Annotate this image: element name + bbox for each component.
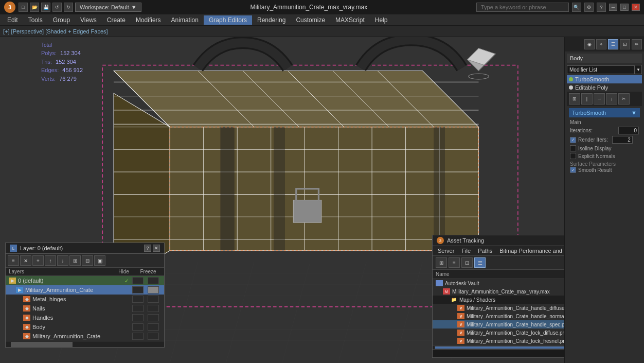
asset-tb-1[interactable]: ⊞ bbox=[436, 257, 447, 268]
layers-add-btn[interactable]: + bbox=[32, 255, 44, 266]
layers-select-btn[interactable]: ▣ bbox=[94, 255, 105, 266]
ts-render-iters-input[interactable] bbox=[612, 136, 633, 144]
layer-freeze-box[interactable] bbox=[148, 323, 159, 331]
rp-tool-1[interactable]: ⊞ bbox=[569, 93, 580, 105]
layers-delete-btn[interactable]: ✕ bbox=[20, 255, 31, 266]
menu-graph-editors[interactable]: Graph Editors bbox=[204, 15, 252, 25]
redo-btn[interactable]: ↻ bbox=[64, 3, 73, 12]
rp-tool-5[interactable]: ✂ bbox=[618, 93, 630, 105]
layers-scrollbar-thumb[interactable] bbox=[11, 342, 73, 347]
ts-render-iters-check[interactable]: ✓ bbox=[570, 137, 576, 143]
list-item[interactable]: ◆ Body bbox=[6, 322, 164, 332]
asset-tb-4[interactable]: ☰ bbox=[474, 257, 486, 268]
asset-menu-paths[interactable]: Paths bbox=[476, 247, 494, 254]
layers-down-btn[interactable]: ↓ bbox=[57, 255, 68, 266]
list-item[interactable]: ▶ 0 (default) ✓ bbox=[6, 276, 164, 285]
modifier-entry-editablepoly[interactable]: Editable Poly bbox=[567, 83, 642, 92]
rp-section-body[interactable]: Body bbox=[567, 54, 642, 63]
search-icon[interactable]: 🔍 bbox=[572, 3, 581, 12]
menu-create[interactable]: Create bbox=[102, 15, 131, 25]
layers-scrollbar[interactable] bbox=[6, 341, 164, 347]
ts-iterations-input[interactable] bbox=[618, 127, 639, 134]
ts-isoline-check[interactable] bbox=[570, 145, 576, 151]
rp-tab-4[interactable]: ⊡ bbox=[620, 39, 630, 49]
layers-create-btn[interactable]: ≡ bbox=[8, 255, 19, 266]
modifier-list-arrow[interactable]: ▼ bbox=[635, 65, 642, 74]
rp-tab-1[interactable]: ◉ bbox=[584, 39, 595, 49]
modifier-dot bbox=[569, 85, 573, 90]
new-btn[interactable]: □ bbox=[19, 3, 28, 12]
list-item[interactable]: V Military_Ammunition_Crate_lock_diffuse… bbox=[433, 329, 564, 337]
asset-menu-bitmap[interactable]: Bitmap Performance and Memory bbox=[497, 247, 564, 254]
asset-menu-server[interactable]: Server bbox=[436, 247, 456, 254]
layers-up-btn[interactable]: ↑ bbox=[45, 255, 56, 266]
layer-hide-box[interactable] bbox=[132, 286, 144, 293]
ts-explicit-check[interactable] bbox=[570, 153, 576, 159]
help-icon[interactable]: ? bbox=[597, 3, 606, 12]
turbosmooth-header[interactable]: TurboSmooth ▼ bbox=[569, 108, 640, 117]
modifier-list-dropdown[interactable]: Modifier List bbox=[567, 65, 635, 74]
menu-edit[interactable]: Edit bbox=[2, 15, 23, 25]
layer-freeze-box[interactable] bbox=[148, 277, 159, 284]
menu-group[interactable]: Group bbox=[48, 15, 75, 25]
layer-freeze-box[interactable] bbox=[148, 314, 159, 321]
list-item[interactable]: V Military_Ammunition_Crate_handle_spec.… bbox=[433, 320, 564, 329]
list-item[interactable]: 📁 Maps / Shaders bbox=[433, 296, 564, 304]
rp-tab-2[interactable]: ✧ bbox=[596, 39, 606, 49]
menu-modifiers[interactable]: Modifiers bbox=[131, 15, 166, 25]
layers-collapse-btn[interactable]: ⊟ bbox=[82, 255, 93, 266]
asset-menu-file[interactable]: File bbox=[459, 247, 473, 254]
menu-rendering[interactable]: Rendering bbox=[252, 15, 291, 25]
layer-freeze-box[interactable] bbox=[148, 305, 159, 312]
layer-hide-box[interactable] bbox=[132, 305, 144, 312]
menu-animation[interactable]: Animation bbox=[166, 15, 204, 25]
menu-help[interactable]: Help bbox=[370, 15, 393, 25]
list-item[interactable]: ◆ Nails bbox=[6, 304, 164, 313]
menu-maxscript[interactable]: MAXScript bbox=[330, 15, 370, 25]
rp-tool-2[interactable]: | bbox=[581, 93, 593, 105]
rp-tool-4[interactable]: ↓ bbox=[606, 93, 617, 105]
layer-hide-box[interactable] bbox=[132, 296, 144, 303]
rp-tool-3[interactable]: → bbox=[594, 93, 605, 105]
layer-hide-box[interactable] bbox=[132, 277, 144, 284]
layers-close-btn[interactable]: ✕ bbox=[153, 245, 160, 252]
rp-tab-3[interactable]: ☰ bbox=[608, 39, 618, 49]
layer-freeze-box[interactable] bbox=[148, 296, 159, 303]
list-item[interactable]: ▶ Military_Ammunition_Crate bbox=[6, 285, 164, 295]
minimize-btn[interactable]: ─ bbox=[609, 4, 617, 11]
list-item[interactable]: V Military_Ammunition_Crate_lock_fresnel… bbox=[433, 337, 564, 345]
layer-freeze-box[interactable] bbox=[148, 286, 159, 293]
modifier-entry-turbosmooth[interactable]: TurboSmooth bbox=[567, 75, 642, 83]
list-item[interactable]: Autodesk Vault Logged O bbox=[433, 279, 564, 287]
layers-expand-btn[interactable]: ⊞ bbox=[69, 255, 81, 266]
layer-hide-box[interactable] bbox=[132, 323, 144, 331]
list-item[interactable]: V Military_Ammunition_Crate_handle_norma… bbox=[433, 312, 564, 320]
list-item[interactable]: M Military_Ammunition_Crate_max_vray.max… bbox=[433, 287, 564, 296]
layer-hide-box[interactable] bbox=[132, 333, 144, 340]
ts-smooth-check[interactable]: ✓ bbox=[570, 167, 576, 173]
search-input[interactable] bbox=[476, 3, 569, 12]
layer-icon: ◆ bbox=[23, 296, 30, 302]
viewport[interactable]: Total Polys: 152 304 Tris: 152 304 Edges… bbox=[0, 37, 564, 363]
undo-btn[interactable]: ↺ bbox=[52, 3, 62, 12]
asset-tb-2[interactable]: ≡ bbox=[449, 257, 460, 268]
close-btn[interactable]: ✕ bbox=[632, 4, 640, 11]
menu-customize[interactable]: Customize bbox=[291, 15, 330, 25]
save-btn[interactable]: 💾 bbox=[41, 3, 50, 12]
layer-freeze-box[interactable] bbox=[148, 333, 159, 340]
viewport-label[interactable]: [+] [Perspective] [Shaded + Edged Faces] bbox=[3, 28, 108, 34]
list-item[interactable]: ◆ Military_Ammunition_Crate bbox=[6, 332, 164, 341]
settings-icon[interactable]: ⚙ bbox=[584, 3, 594, 12]
maximize-btn[interactable]: □ bbox=[620, 4, 629, 11]
list-item[interactable]: ◆ Metal_hinges bbox=[6, 295, 164, 304]
list-item[interactable]: ◆ Handles bbox=[6, 313, 164, 322]
rp-tab-5[interactable]: ✏ bbox=[632, 39, 642, 49]
layer-hide-box[interactable] bbox=[132, 314, 144, 321]
list-item[interactable]: V Military_Ammunition_Crate_handle_diffu… bbox=[433, 304, 564, 312]
open-btn[interactable]: 📂 bbox=[30, 3, 39, 12]
asset-tb-3[interactable]: ⊡ bbox=[461, 257, 473, 268]
menu-views[interactable]: Views bbox=[75, 15, 102, 25]
workspace-dropdown[interactable]: Workspace: Default ▼ bbox=[75, 3, 141, 12]
layers-help-btn[interactable]: ? bbox=[144, 245, 151, 252]
menu-tools[interactable]: Tools bbox=[23, 15, 48, 25]
